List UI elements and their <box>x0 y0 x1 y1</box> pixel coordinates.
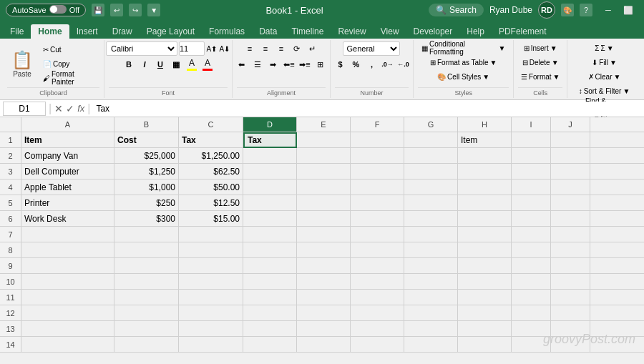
font-size-input[interactable] <box>179 41 205 56</box>
cell[interactable] <box>297 195 351 211</box>
cell[interactable] <box>114 258 179 274</box>
cell[interactable] <box>21 290 114 305</box>
percent-button[interactable]: % <box>348 57 363 72</box>
font-size-increase[interactable]: A⬆ <box>206 41 218 56</box>
autosave-badge[interactable]: AutoSave Off <box>6 4 86 16</box>
cell[interactable] <box>114 242 179 258</box>
cell[interactable] <box>404 132 458 148</box>
cell[interactable] <box>551 305 590 321</box>
cell[interactable] <box>179 290 243 305</box>
search-label[interactable]: Search <box>449 5 477 15</box>
cell[interactable] <box>551 258 590 274</box>
cell[interactable] <box>551 164 590 179</box>
cell[interactable] <box>297 227 351 242</box>
row-number-6[interactable]: 6 <box>0 211 21 226</box>
cell[interactable]: Item <box>21 132 114 148</box>
tab-data[interactable]: Data <box>252 24 284 39</box>
tab-help[interactable]: Help <box>459 24 492 39</box>
cell[interactable] <box>404 195 458 211</box>
cell[interactable] <box>551 290 590 305</box>
row-number-10[interactable]: 10 <box>0 274 21 289</box>
cell[interactable] <box>297 148 351 164</box>
row-number-13[interactable]: 13 <box>0 321 21 336</box>
col-header-c[interactable]: C <box>179 117 243 132</box>
cell[interactable] <box>512 305 551 321</box>
cell[interactable] <box>458 305 512 321</box>
underline-button[interactable]: U <box>153 57 167 72</box>
row-number-5[interactable]: 5 <box>0 195 21 210</box>
cell[interactable] <box>351 195 404 211</box>
row-number-9[interactable]: 9 <box>0 258 21 273</box>
cell[interactable] <box>179 227 243 242</box>
cell[interactable] <box>243 321 297 337</box>
format-table-button[interactable]: ⊞ Format as Table ▼ <box>426 56 500 69</box>
cell[interactable]: Printer <box>21 195 114 211</box>
cell[interactable] <box>512 179 551 195</box>
col-header-i[interactable]: I <box>512 117 551 132</box>
cell[interactable] <box>243 179 297 195</box>
cell[interactable] <box>114 321 179 337</box>
cell[interactable] <box>114 290 179 305</box>
row-number-3[interactable]: 3 <box>0 164 21 179</box>
cell[interactable]: $62.50 <box>179 164 243 179</box>
cell[interactable]: $50.00 <box>179 179 243 195</box>
cell[interactable] <box>512 211 551 227</box>
cell[interactable]: $1,250 <box>114 164 179 179</box>
cell[interactable] <box>404 179 458 195</box>
cell[interactable] <box>297 274 351 290</box>
row-number-4[interactable]: 4 <box>0 179 21 195</box>
cell[interactable] <box>21 337 114 353</box>
cell-reference-box[interactable] <box>3 102 46 116</box>
cell[interactable] <box>512 242 551 258</box>
tab-developer[interactable]: Developer <box>406 24 460 39</box>
cell[interactable] <box>243 305 297 321</box>
cell[interactable] <box>404 290 458 305</box>
cell[interactable]: Item <box>458 132 512 148</box>
cell[interactable] <box>351 148 404 164</box>
customize-qat-icon[interactable]: ▼ <box>147 4 160 16</box>
help-icon[interactable]: ? <box>580 4 592 16</box>
col-header-e[interactable]: E <box>297 117 351 132</box>
cell[interactable] <box>458 242 512 258</box>
copy-button[interactable]: 📄 Copy <box>39 57 99 70</box>
cell[interactable]: $250 <box>114 195 179 211</box>
cell[interactable]: $25,000 <box>114 148 179 164</box>
cell[interactable] <box>458 148 512 164</box>
cell[interactable] <box>351 179 404 195</box>
cell[interactable] <box>297 258 351 274</box>
autosave-toggle[interactable] <box>49 5 67 14</box>
row-number-8[interactable]: 8 <box>0 242 21 257</box>
cell[interactable] <box>458 290 512 305</box>
cell[interactable] <box>458 179 512 195</box>
align-top-right-button[interactable]: ≡ <box>274 41 288 56</box>
cell[interactable] <box>512 164 551 179</box>
cell[interactable] <box>551 321 590 337</box>
cell[interactable] <box>404 337 458 353</box>
tab-timeline[interactable]: Timeline <box>284 24 331 39</box>
cell[interactable] <box>458 164 512 179</box>
cell[interactable]: $1,250.00 <box>179 148 243 164</box>
cell[interactable] <box>512 321 551 337</box>
cell[interactable] <box>297 321 351 337</box>
save-icon[interactable]: 💾 <box>92 4 104 16</box>
cell[interactable] <box>351 290 404 305</box>
cell[interactable] <box>404 242 458 258</box>
cell[interactable]: $300 <box>114 211 179 227</box>
border-button[interactable]: ▦ <box>169 57 183 72</box>
col-header-b[interactable]: B <box>114 117 179 132</box>
cell[interactable] <box>404 305 458 321</box>
cell[interactable] <box>21 227 114 242</box>
cell[interactable] <box>243 274 297 290</box>
cell[interactable] <box>512 274 551 290</box>
indent-increase-button[interactable]: ➡≡ <box>298 57 312 72</box>
cell[interactable] <box>404 164 458 179</box>
cell[interactable] <box>512 258 551 274</box>
row-number-11[interactable]: 11 <box>0 290 21 305</box>
avatar[interactable]: RD <box>538 1 555 19</box>
decimal-increase-button[interactable]: .0→ <box>380 57 394 72</box>
cell[interactable] <box>21 274 114 290</box>
fill-button[interactable]: ⬇ Fill ▼ <box>588 56 620 69</box>
cell[interactable] <box>551 179 590 195</box>
col-header-h[interactable]: H <box>458 117 512 132</box>
ribbon-toggle-icon[interactable]: 🎨 <box>561 4 574 16</box>
